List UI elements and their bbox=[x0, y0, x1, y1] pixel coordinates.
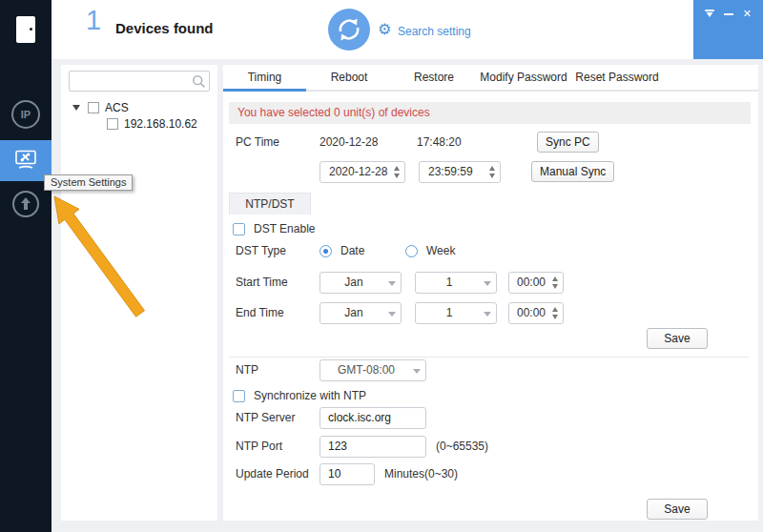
end-time-value: 00:00 bbox=[517, 306, 546, 319]
refresh-icon bbox=[328, 9, 370, 51]
device-ip-label: 192.168.10.62 bbox=[124, 117, 197, 131]
ntp-server-input[interactable] bbox=[320, 407, 426, 429]
chevron-down-icon bbox=[413, 369, 421, 374]
ntp-port-input[interactable] bbox=[320, 436, 426, 458]
start-month-value: Jan bbox=[344, 276, 362, 289]
device-checkbox[interactable] bbox=[107, 118, 118, 130]
tab-bar: Timing Reboot Restore Modify Password Re… bbox=[223, 65, 758, 92]
tab-restore[interactable]: Restore bbox=[392, 65, 476, 90]
start-time-value: 00:00 bbox=[517, 276, 546, 289]
chevron-down-icon bbox=[484, 312, 491, 317]
ntp-server-row: NTP Server bbox=[236, 406, 751, 429]
pc-date-value: 2020-12-28 bbox=[320, 135, 405, 149]
system-settings-tooltip: System Settings bbox=[44, 174, 133, 191]
tree-group-row[interactable]: ACS bbox=[61, 100, 217, 115]
dst-save-button[interactable]: Save bbox=[647, 328, 708, 349]
search-icon[interactable] bbox=[192, 74, 206, 92]
tab-reset-password[interactable]: Reset Password bbox=[571, 65, 663, 90]
update-period-hint: Minutes(0~30) bbox=[384, 467, 458, 481]
ip-icon-text: IP bbox=[21, 109, 31, 120]
refresh-button[interactable] bbox=[328, 9, 370, 51]
start-month-select[interactable]: Jan bbox=[320, 272, 402, 294]
start-time-spinner[interactable]: 00:00 bbox=[508, 272, 564, 294]
sync-ntp-row: Synchronize with NTP bbox=[236, 384, 751, 407]
close-button[interactable]: ✕ bbox=[740, 8, 753, 21]
door-logo-icon bbox=[16, 16, 35, 43]
sync-ntp-checkbox[interactable] bbox=[233, 390, 245, 402]
skin-icon[interactable] bbox=[703, 8, 716, 21]
ntp-port-label: NTP Port bbox=[236, 440, 320, 453]
minimize-icon bbox=[724, 13, 733, 15]
tab-reboot[interactable]: Reboot bbox=[306, 65, 392, 90]
end-day-select[interactable]: 1 bbox=[415, 302, 497, 324]
manual-sync-button[interactable]: Manual Sync bbox=[531, 161, 614, 182]
ip-edit-icon: IP bbox=[11, 100, 40, 129]
start-time-label: Start Time bbox=[236, 276, 320, 289]
upgrade-icon bbox=[10, 189, 41, 222]
dst-type-date-label: Date bbox=[340, 244, 405, 257]
dst-enable-checkbox[interactable] bbox=[233, 223, 245, 235]
sync-ntp-label: Synchronize with NTP bbox=[254, 389, 366, 402]
dst-enable-row: DST Enable bbox=[236, 217, 751, 240]
selection-banner: You have selected 0 unit(s) of devices bbox=[229, 102, 751, 124]
tree-device-row[interactable]: 192.168.10.62 bbox=[61, 116, 217, 132]
spinner-arrows-icon[interactable] bbox=[394, 166, 400, 178]
end-time-label: End Time bbox=[236, 306, 320, 319]
tree-search-input[interactable] bbox=[73, 72, 186, 90]
section-divider bbox=[229, 357, 749, 358]
manual-time-value: 23:59:59 bbox=[428, 165, 473, 178]
ntp-timezone-row: NTP GMT-08:00 bbox=[236, 358, 751, 381]
search-setting-gear-icon[interactable]: ⚙ bbox=[378, 20, 391, 38]
chevron-down-icon bbox=[484, 281, 491, 286]
config-tool-window: IP bbox=[0, 0, 763, 532]
ntp-timezone-select[interactable]: GMT-08:00 bbox=[320, 359, 426, 381]
search-setting-link[interactable]: Search setting bbox=[398, 25, 471, 38]
start-day-value: 1 bbox=[446, 276, 453, 289]
minimize-button[interactable] bbox=[722, 8, 735, 21]
collapse-arrow-icon[interactable] bbox=[72, 105, 80, 111]
dst-type-row: DST Type Date Week bbox=[236, 239, 751, 262]
end-month-select[interactable]: Jan bbox=[320, 302, 402, 324]
spinner-arrows-icon[interactable] bbox=[552, 307, 558, 319]
settings-panel: Timing Reboot Restore Modify Password Re… bbox=[223, 65, 758, 521]
chevron-down-icon bbox=[388, 281, 396, 286]
ntp-dst-subtab[interactable]: NTP/DST bbox=[229, 193, 311, 215]
dst-type-date-radio[interactable] bbox=[320, 245, 332, 257]
pc-time-label: PC Time bbox=[236, 135, 320, 149]
manual-date-value: 2020-12-28 bbox=[329, 165, 387, 178]
spinner-arrows-icon[interactable] bbox=[552, 276, 558, 289]
device-count: 1 bbox=[86, 5, 101, 36]
end-time-spinner[interactable]: 00:00 bbox=[508, 302, 564, 324]
dst-type-week-radio[interactable] bbox=[405, 245, 418, 257]
end-time-row: End Time Jan 1 00:00 bbox=[236, 301, 751, 324]
manual-time-row: 2020-12-28 23:59:59 Manual Sync bbox=[236, 160, 751, 183]
tab-timing[interactable]: Timing bbox=[223, 65, 306, 90]
manual-date-spinner[interactable]: 2020-12-28 bbox=[320, 161, 405, 183]
ntp-port-hint: (0~65535) bbox=[436, 440, 488, 453]
ntp-timezone-value: GMT-08:00 bbox=[338, 363, 395, 377]
header: 1 Devices found ⚙ Search setting bbox=[52, 0, 693, 59]
spinner-arrows-icon[interactable] bbox=[489, 166, 495, 178]
update-period-label: Update Period bbox=[236, 467, 320, 481]
start-day-select[interactable]: 1 bbox=[415, 272, 497, 294]
end-day-value: 1 bbox=[446, 306, 453, 319]
update-period-input[interactable] bbox=[320, 463, 375, 485]
device-tree-panel: ACS 192.168.10.62 bbox=[61, 65, 217, 521]
ntp-label: NTP bbox=[236, 363, 320, 377]
group-checkbox[interactable] bbox=[88, 102, 99, 113]
group-label: ACS bbox=[105, 101, 129, 114]
chevron-down-icon bbox=[388, 312, 396, 317]
update-period-row: Update Period Minutes(0~30) bbox=[236, 462, 751, 485]
ntp-server-label: NTP Server bbox=[236, 411, 320, 424]
content-area: ACS 192.168.10.62 Timing Reboot Restore … bbox=[52, 59, 763, 532]
ntp-save-button[interactable]: Save bbox=[647, 499, 708, 520]
tab-modify-password[interactable]: Modify Password bbox=[476, 65, 571, 90]
system-settings-icon bbox=[13, 148, 38, 174]
sidebar-item-ip-settings[interactable]: IP bbox=[0, 95, 52, 133]
dst-type-label: DST Type bbox=[236, 244, 320, 257]
ntp-port-row: NTP Port (0~65535) bbox=[236, 435, 751, 458]
tree-search-box bbox=[69, 71, 210, 92]
sync-pc-button[interactable]: Sync PC bbox=[537, 132, 599, 153]
devices-found-label: Devices found bbox=[115, 20, 214, 36]
manual-time-spinner[interactable]: 23:59:59 bbox=[419, 161, 501, 183]
